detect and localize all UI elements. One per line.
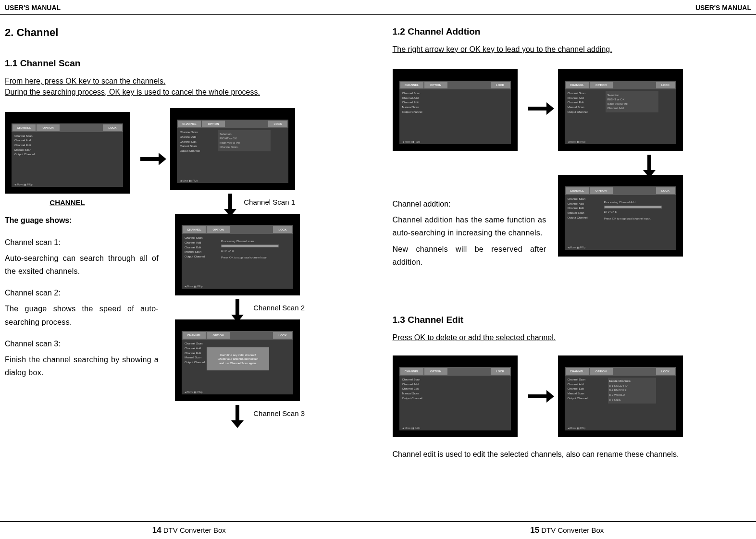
osd-menu: Channel Scan Channel Add Channel Edit Ma… <box>568 378 588 401</box>
osd-foot: ◀ Move ▮▮ P/Up <box>185 391 203 393</box>
menu-item: Manual Scan <box>568 392 588 396</box>
menu-item: Output Channel <box>402 110 422 115</box>
osd-edit-1: CHANNEL OPTION LOCK Channel Scan Channel… <box>393 355 518 437</box>
osd-menu: Channel Scan Channel Add Channel Edit Ma… <box>180 130 200 153</box>
arrow-right-icon <box>528 394 547 398</box>
section-title: 2. Channel <box>5 26 364 39</box>
osd-menu: Channel Scan Channel Add Channel Edit Ma… <box>185 236 205 259</box>
tab-channel: CHANNEL <box>400 82 423 88</box>
heading-1-1: 1.1 Channel Scan <box>5 58 364 69</box>
page-body: 2. Channel 1.1 Channel Scan From here, p… <box>0 15 756 505</box>
osd-progress: Processing Channel scan... DTV Ch 8 Pres… <box>221 240 279 259</box>
intro-line-2: During the searching process, OK key is … <box>5 86 364 98</box>
menu-item: Channel Add <box>185 241 205 245</box>
osd-add-3: CHANNEL OPTION LOCK Channel Scan Channel… <box>558 175 683 257</box>
page-num-left: 14 <box>152 526 161 535</box>
menu-item: Channel Edit <box>402 100 422 105</box>
footer-product-right: DTV Converter Box <box>541 526 604 534</box>
menu-item: Channel Scan <box>402 378 422 382</box>
menu-item: Output Channel <box>568 110 588 115</box>
edit-list-header: Delete Channels <box>609 379 655 384</box>
tab-channel: CHANNEL <box>400 368 423 375</box>
addtion-title: Channel addtion: <box>393 197 546 210</box>
tab-lock: LOCK <box>273 226 292 233</box>
scan-text-col: The guage shows: Channel scan 1: Auto-se… <box>5 214 159 421</box>
tab-channel: CHANNEL <box>566 368 589 375</box>
menu-item: Output Channel <box>568 396 588 401</box>
dialog-line: Check your antenna connection <box>209 357 267 361</box>
menu-item: Channel Edit <box>568 206 588 211</box>
progress-bar <box>604 206 662 208</box>
right-page: 1.2 Channel Addtion The right arrow key … <box>378 15 756 505</box>
dialog-line: and run Channel Scan again. <box>209 361 267 365</box>
edit-row: CHANNEL OPTION LOCK Channel Scan Channel… <box>393 355 742 437</box>
arrow-down-icon <box>235 299 239 316</box>
menu-item: Channel Edit <box>568 100 588 105</box>
header-right: USER'S MANUAL <box>695 4 751 12</box>
menu-item: Channel Scan <box>14 134 35 139</box>
menu-item: Channel Edit <box>180 140 200 145</box>
heading-1-3: 1.3 Channel Edit <box>393 315 742 325</box>
menu-item: Channel Edit <box>185 351 205 356</box>
intro-1-1: From here, press OK key to scan the chan… <box>5 75 364 98</box>
menu-item: Output Channel <box>180 149 200 154</box>
osd-foot: ◀ Move ▮▮ P/Up <box>402 140 421 143</box>
menu-item: Manual Scan <box>402 392 422 396</box>
tab-channel: CHANNEL <box>183 332 206 339</box>
osd-edit-2: CHANNEL OPTION LOCK Channel Scan Channel… <box>558 355 683 437</box>
intro-1-2: The right arrow key or OK key to lead yo… <box>393 44 752 55</box>
menu-item: Output Channel <box>14 152 35 157</box>
addtion-text: Channel addtion: Channel addition has th… <box>393 197 546 271</box>
cs1-title: Channel scan 1: <box>5 236 159 249</box>
edit-row-item: 8-1 KQED-HD <box>609 384 655 389</box>
tab-lock: LOCK <box>656 82 675 88</box>
menu-item: Manual Scan <box>185 250 205 255</box>
menu-item: Channel Add <box>568 202 588 207</box>
arrow-down-icon <box>647 155 651 171</box>
channel-caption: CHANNEL <box>5 198 130 207</box>
osd-hint-add: Selection RIGHT or OK leads you to the C… <box>606 91 658 112</box>
tab-lock: LOCK <box>491 82 510 88</box>
scan-detail-row: The guage shows: Channel scan 1: Auto-se… <box>5 214 364 421</box>
menu-item: Manual Scan <box>14 148 35 153</box>
tab-lock: LOCK <box>103 124 122 131</box>
osd-foot: ◀ Move ▮▮ P/Up <box>14 183 33 186</box>
page-header: USER'S MANUAL USER'S MANUAL <box>0 0 756 15</box>
menu-item: Channel Edit <box>402 387 422 392</box>
scan-osd-col: CHANNEL OPTION LOCK Channel Scan Channel… <box>165 214 305 421</box>
scan2-caption: Channel Scan 2 <box>253 304 305 312</box>
tab-lock: LOCK <box>491 368 510 375</box>
menu-item: Output Channel <box>185 360 205 365</box>
menu-item: Channel Scan <box>185 236 205 241</box>
scan3-caption: Channel Scan 3 <box>253 409 305 417</box>
arrow-right-icon <box>140 157 160 161</box>
menu-item: Channel Add <box>568 382 588 387</box>
page-num-right: 15 <box>530 526 539 535</box>
tab-option: OPTION <box>207 332 230 339</box>
dialog-line: Can't find any valid channel! <box>209 353 267 357</box>
tab-option: OPTION <box>424 82 447 88</box>
addtion-p1: Channel addition has the same function a… <box>393 213 546 239</box>
menu-item: Channel Add <box>402 96 422 101</box>
footer-right: 15 DTV Converter Box <box>378 526 756 535</box>
menu-item: Manual Scan <box>568 105 588 110</box>
edit-row-item: 8-3 WORLD <box>609 393 655 398</box>
osd-hint: Selection RIGHT or OK leads you to the C… <box>218 130 271 151</box>
osd-menu: Channel Scan Channel Add Channel Edit Ma… <box>568 91 588 114</box>
menu-item: Channel Scan <box>402 91 422 96</box>
progress-title: Processing Channel scan... <box>221 240 279 243</box>
arrow-right-icon <box>528 107 547 110</box>
osd-scan1-box: CHANNEL OPTION LOCK Channel Scan Channel… <box>170 108 295 210</box>
menu-item: Channel Edit <box>14 143 35 148</box>
tab-channel: CHANNEL <box>178 121 201 127</box>
osd-scan3: CHANNEL OPTION LOCK Channel Scan Channel… <box>175 319 300 401</box>
menu-item: Manual Scan <box>185 355 205 360</box>
menu-item: Manual Scan <box>180 144 200 149</box>
osd-progress-add: Processing Channel Add... DTV Ch 8 Press… <box>604 201 662 220</box>
osd-dialog: Can't find any valid channel! Check your… <box>207 347 269 370</box>
osd-add-1: CHANNEL OPTION LOCK Channel Scan Channel… <box>393 69 518 151</box>
menu-item: Channel Add <box>180 135 200 140</box>
osd-add-2: CHANNEL OPTION LOCK Channel Scan Channel… <box>558 69 683 151</box>
osd-menu: Channel Scan Channel Add Channel Edit Ma… <box>402 91 422 114</box>
menu-item: Channel Add <box>14 138 35 143</box>
